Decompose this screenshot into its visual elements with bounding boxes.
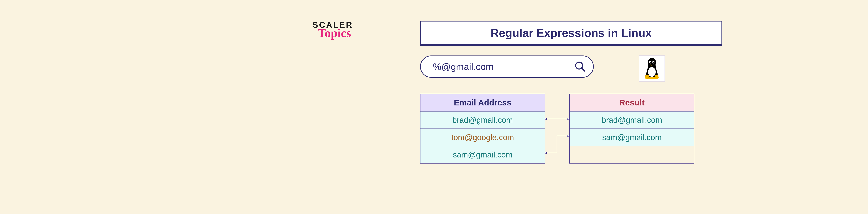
email-table-header: Email Address [421,94,545,111]
svg-point-3 [648,67,656,77]
svg-point-8 [653,62,654,63]
svg-point-4 [648,58,656,67]
search-input[interactable]: %@gmail.com [420,56,594,78]
scaler-topics-logo: SCALER Topics [312,21,353,39]
linux-tux-icon [639,56,665,81]
result-row: brad@gmail.com [570,111,694,129]
search-value: %@gmail.com [433,61,494,72]
svg-point-7 [650,62,651,63]
logo-line-2: Topics [318,27,353,39]
result-table-header: Result [570,94,694,111]
page-title: Regular Expressions in Linux [491,27,652,39]
email-address-table: Email Address brad@gmail.com tom@google.… [420,94,545,164]
result-table: Result brad@gmail.com sam@gmail.com [569,94,694,164]
page-title-box: Regular Expressions in Linux [420,21,722,46]
email-row: sam@gmail.com [421,146,545,163]
search-icon [574,61,586,72]
email-row: tom@google.com [421,129,545,146]
result-row: sam@gmail.com [570,129,694,146]
svg-line-1 [582,68,585,71]
email-row: brad@gmail.com [421,111,545,129]
